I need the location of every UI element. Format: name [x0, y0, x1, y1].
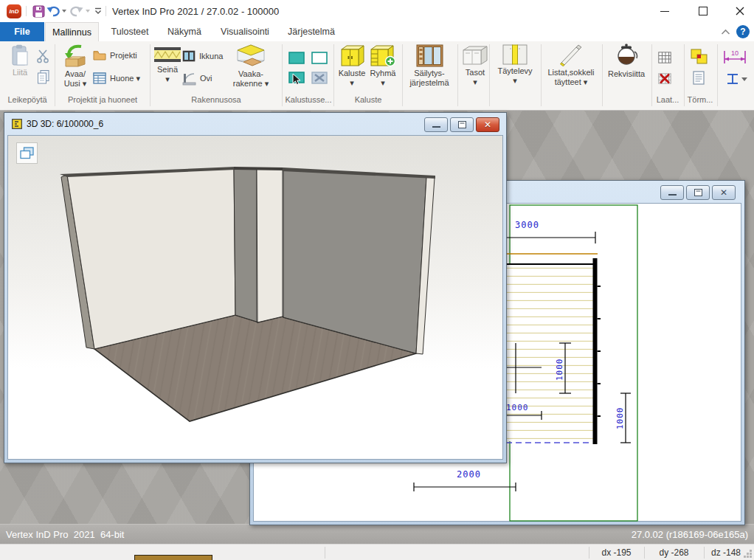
group-label-rakennusosa: Rakennusosa — [151, 95, 281, 104]
project-button[interactable]: Projekti — [93, 50, 137, 61]
close-button[interactable] — [724, 0, 754, 22]
dimension-2000-label: 2000 — [457, 469, 481, 480]
remove-area-button[interactable] — [311, 72, 328, 84]
wall-button[interactable]: Seinä ▾ — [152, 46, 183, 84]
wall-icon — [154, 46, 181, 63]
restore-icon — [694, 189, 702, 196]
dimension-style-icon — [724, 72, 748, 86]
group-label-laat: Laat... — [652, 95, 683, 104]
help-glyph: ? — [740, 27, 745, 37]
dimension-button[interactable]: 10 — [722, 49, 748, 65]
viewport-3d-canvas[interactable] — [7, 135, 503, 460]
group-divider — [150, 44, 151, 106]
quick-access-customize-button[interactable] — [94, 7, 102, 15]
cut-button[interactable] — [36, 49, 51, 63]
tab-file[interactable]: File — [0, 22, 44, 41]
viewport-layout-button[interactable] — [16, 142, 38, 164]
collapse-ribbon-button[interactable] — [721, 29, 730, 35]
mouldings-button[interactable]: Listat,sokkeli täytteet ▾ — [543, 44, 599, 87]
minimize-button[interactable] — [424, 117, 448, 132]
redo-button[interactable] — [70, 6, 83, 17]
app-version-left: Vertex InD Pro 2021 64-bit — [6, 529, 124, 540]
scissors-icon — [36, 49, 51, 63]
clipboard-paste-icon — [10, 44, 30, 66]
disabled-square-x-icon — [311, 72, 328, 84]
dimension-style-button[interactable] — [724, 72, 748, 86]
room-button[interactable]: Huone ▾ — [93, 72, 140, 84]
dimension-1000-vertical-label: 1000 — [555, 359, 564, 381]
restore-button[interactable] — [686, 185, 710, 200]
maximize-button[interactable] — [688, 0, 719, 22]
tab-jarjestelma[interactable]: Järjestelmä — [282, 22, 341, 41]
close-button[interactable]: ✕ — [476, 117, 499, 132]
maximize-icon — [699, 7, 708, 15]
group-button[interactable]: Ryhmä ▾ — [367, 44, 398, 88]
chevron-up-icon — [721, 29, 730, 35]
copy-icon — [36, 69, 51, 84]
dimension-icon: 10 — [722, 49, 748, 65]
corner-wall-return — [257, 169, 283, 322]
group-label-torm: Törm... — [685, 95, 716, 104]
filler-panel-icon — [502, 44, 528, 65]
moulding-strip-icon — [558, 44, 584, 66]
pick-area-button[interactable] — [288, 72, 305, 86]
cabinet-button[interactable]: Kaluste ▾ — [336, 44, 367, 88]
furnish-area-button[interactable] — [288, 52, 305, 64]
group-divider — [602, 44, 603, 106]
group-label-projektit: Projektit ja huoneet — [56, 95, 149, 104]
redo-dropdown[interactable] — [86, 10, 90, 13]
furnish-outline-button[interactable] — [311, 52, 328, 64]
coordinate-dz: dz -148 — [704, 545, 748, 560]
remove-tiling-button[interactable] — [658, 72, 671, 85]
coordinate-dy: dy -268 — [644, 545, 704, 560]
tab-tulosteet[interactable]: Tulosteet — [103, 22, 156, 41]
horizontal-structure-button[interactable]: Vaaka- rakenne ▾ — [229, 43, 272, 89]
storage-system-button[interactable]: Säilytys- järjestelmä — [405, 44, 454, 88]
copy-button[interactable] — [36, 69, 51, 84]
filler-panel-button[interactable]: Täytelevy ▾ — [492, 44, 538, 86]
coffee-pot-icon — [613, 43, 640, 68]
dimension-value-label: 10 — [731, 49, 739, 57]
viewport-3d-window[interactable]: 3D 3D: 6/100000_6 ✕ — [4, 112, 507, 463]
minimize-button[interactable] — [649, 0, 680, 22]
group-divider — [333, 44, 334, 106]
minimize-icon — [660, 11, 669, 12]
dimension-1000-horizontal-label: 1000 — [506, 403, 529, 412]
tab-mallinnus[interactable]: Mallinnus — [45, 22, 99, 41]
divider — [26, 6, 27, 16]
viewport-3d-window-icon — [12, 119, 22, 129]
room-3d-render — [8, 136, 503, 460]
undo-dropdown[interactable] — [62, 10, 66, 13]
worktops-button[interactable]: Tasot ▾ — [461, 44, 489, 87]
tab-visualisointi[interactable]: Visualisointi — [212, 22, 277, 41]
save-button[interactable] — [32, 5, 45, 18]
collision-check-button[interactable] — [691, 49, 708, 64]
close-icon: ✕ — [484, 120, 491, 129]
window-button[interactable]: Ikkuna — [182, 50, 223, 62]
close-button[interactable]: ✕ — [712, 185, 736, 200]
customize-icon — [94, 7, 102, 15]
viewport-3d-title: 3D 3D: 6/100000_6 — [27, 119, 103, 129]
document-icon — [692, 71, 705, 85]
room-table-icon — [93, 72, 106, 84]
tab-nakyma[interactable]: Näkymä — [161, 22, 208, 41]
worktop-icon — [463, 44, 488, 66]
tiling-button[interactable] — [658, 52, 671, 63]
group-divider — [402, 44, 403, 106]
resize-grip[interactable] — [750, 556, 752, 558]
paste-button[interactable]: Liitä — [4, 44, 35, 77]
minimize-icon — [432, 126, 440, 128]
door-icon — [182, 72, 196, 86]
group-divider — [457, 44, 458, 106]
minimize-button[interactable] — [660, 185, 684, 200]
props-button[interactable]: Rekvisiitta — [603, 43, 649, 79]
open-new-button[interactable]: Avaa/ Uusi ▾ — [60, 44, 91, 89]
collision-report-button[interactable] — [692, 71, 705, 85]
help-button[interactable]: ? — [736, 25, 750, 38]
cabinet-group-icon — [370, 44, 396, 67]
restore-button[interactable] — [450, 117, 474, 132]
door-button[interactable]: Ovi — [182, 72, 212, 86]
undo-button[interactable] — [46, 6, 60, 17]
status-divider — [325, 547, 325, 559]
filled-square-icon — [288, 52, 305, 64]
